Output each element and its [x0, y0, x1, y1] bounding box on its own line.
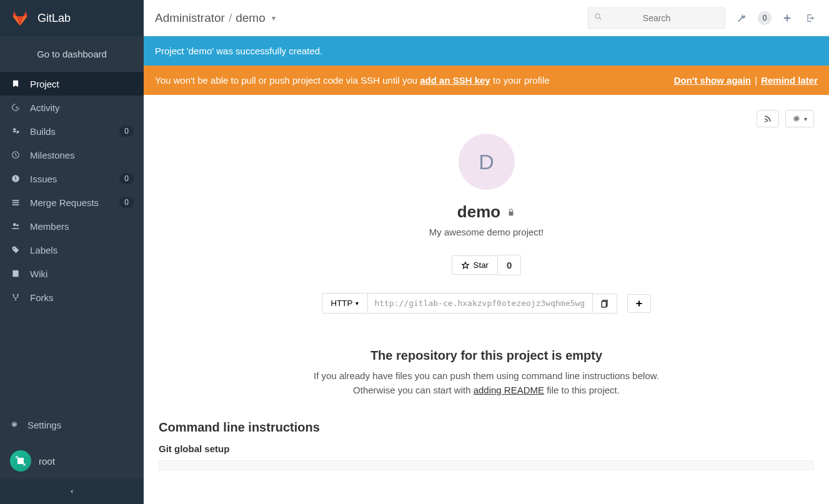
clone-protocol-label: HTTP — [331, 299, 353, 308]
go-to-dashboard-link[interactable]: Go to dashboard — [0, 36, 144, 72]
rss-button[interactable] — [757, 110, 779, 127]
empty-line2-post: file to this project. — [544, 385, 620, 395]
star-icon — [461, 261, 470, 270]
mr-count-badge: 0 — [119, 197, 134, 208]
remind-later-link[interactable]: Remind later — [761, 75, 818, 86]
project-name: demo — [457, 202, 500, 222]
sidebar-item-label: Members — [30, 221, 134, 232]
svg-rect-13 — [23, 463, 26, 466]
svg-point-6 — [14, 248, 15, 249]
sidebar-item-labels[interactable]: Labels — [0, 238, 144, 262]
tasks-icon — [10, 198, 21, 207]
new-plus-button[interactable] — [780, 11, 794, 25]
project-title: demo — [159, 202, 814, 222]
book-icon — [10, 269, 21, 278]
cli-instructions: Command line instructions Git global set… — [159, 420, 814, 470]
chevron-down-icon: ▾ — [272, 14, 276, 22]
users-icon — [10, 222, 21, 230]
gitlab-logo-icon — [11, 9, 29, 27]
sidebar-item-label: Issues — [30, 174, 111, 184]
sidebar-item-members[interactable]: Members — [0, 214, 144, 238]
sidebar-item-label: Wiki — [30, 269, 134, 279]
brand-label: GitLab — [37, 12, 71, 25]
sidebar-user[interactable]: root — [0, 443, 144, 479]
bookmark-icon — [10, 79, 21, 88]
cli-sub-heading: Git global setup — [159, 443, 814, 454]
clipboard-icon — [600, 299, 609, 308]
user-name: root — [39, 456, 55, 467]
sidebar-item-wiki[interactable]: Wiki — [0, 262, 144, 285]
dont-show-again-link[interactable]: Don't show again — [674, 75, 752, 86]
admin-wrench-button[interactable] — [734, 11, 749, 26]
sidebar-item-label: Activity — [30, 102, 134, 113]
fork-icon — [10, 293, 21, 302]
star-label: Star — [474, 260, 489, 270]
alert-ssh-message: You won't be able to pull or push projec… — [155, 75, 674, 86]
exclamation-icon — [10, 174, 21, 183]
svg-point-5 — [16, 224, 19, 227]
breadcrumb-project: demo — [236, 11, 266, 25]
sidebar-item-label: Merge Requests — [30, 197, 111, 208]
todos-badge[interactable]: 0 — [758, 11, 772, 25]
gear-icon — [792, 114, 801, 123]
lock-icon — [507, 208, 515, 217]
cubes-icon — [10, 127, 21, 136]
sidebar-item-builds[interactable]: Builds 0 — [0, 119, 144, 143]
star-button[interactable]: Star — [452, 255, 498, 275]
builds-count-badge: 0 — [119, 126, 134, 137]
empty-heading: The repository for this project is empty — [159, 348, 814, 363]
alert-ssh-post: to your profile — [490, 75, 550, 86]
cli-code-block — [159, 460, 814, 470]
svg-point-4 — [13, 223, 16, 226]
sidebar-item-issues[interactable]: Issues 0 — [0, 167, 144, 190]
sidebar-item-settings[interactable]: Settings — [0, 413, 144, 437]
search-icon — [594, 12, 603, 21]
sidebar-nav: Project Activity Builds 0 Milestones Iss… — [0, 72, 144, 407]
sidebar-item-label: Milestones — [30, 150, 134, 161]
sidebar-item-label: Settings — [27, 420, 61, 430]
sidebar-item-label: Labels — [30, 245, 134, 255]
alert-success: Project 'demo' was successfully created. — [144, 36, 829, 66]
search-input[interactable] — [588, 7, 725, 29]
adding-readme-link[interactable]: adding README — [474, 385, 544, 395]
plus-icon — [783, 14, 792, 22]
sidebar-item-milestones[interactable]: Milestones — [0, 143, 144, 167]
alert-ssh-pre: You won't be able to pull or push projec… — [155, 75, 420, 86]
sidebar-item-label: Project — [30, 79, 134, 89]
svg-point-7 — [12, 294, 14, 295]
chevron-down-icon: ▾ — [355, 300, 359, 307]
sign-out-button[interactable] — [803, 11, 818, 26]
sidebar-item-forks[interactable]: Forks — [0, 285, 144, 309]
sidebar-item-project[interactable]: Project — [0, 72, 144, 96]
dashboard-icon — [10, 103, 21, 112]
sidebar-item-label: Forks — [30, 292, 134, 303]
project-settings-dropdown[interactable]: ▾ — [785, 110, 814, 127]
cogs-icon — [10, 420, 19, 429]
chevron-down-icon: ▾ — [804, 116, 807, 122]
star-count: 0 — [498, 255, 521, 275]
clone-add-button[interactable] — [627, 294, 651, 313]
topbar: Administrator / demo ▾ 0 — [144, 0, 829, 36]
user-avatar-icon — [10, 450, 31, 472]
add-ssh-key-link[interactable]: add an SSH key — [420, 75, 490, 86]
sidebar: GitLab Go to dashboard Project Activity … — [0, 0, 144, 504]
sidebar-item-activity[interactable]: Activity — [0, 96, 144, 119]
clone-url-input[interactable] — [368, 293, 593, 314]
project-avatar: D — [459, 134, 515, 190]
clone-protocol-dropdown[interactable]: HTTP ▾ — [322, 293, 369, 314]
svg-rect-17 — [602, 301, 607, 307]
breadcrumb[interactable]: Administrator / demo ▾ — [155, 11, 276, 25]
sidebar-collapse-button[interactable] — [0, 479, 144, 504]
svg-point-9 — [15, 299, 16, 300]
alert-separator: | — [755, 75, 757, 86]
sidebar-item-merge-requests[interactable]: Merge Requests 0 — [0, 190, 144, 214]
wrench-icon — [737, 13, 747, 23]
svg-point-14 — [595, 14, 600, 18]
sign-out-icon — [805, 13, 815, 23]
issues-count-badge: 0 — [119, 173, 134, 184]
sidebar-header[interactable]: GitLab — [0, 0, 144, 36]
svg-rect-12 — [16, 456, 18, 458]
copy-url-button[interactable] — [593, 294, 617, 314]
rss-icon — [763, 114, 772, 123]
breadcrumb-separator: / — [229, 11, 232, 25]
